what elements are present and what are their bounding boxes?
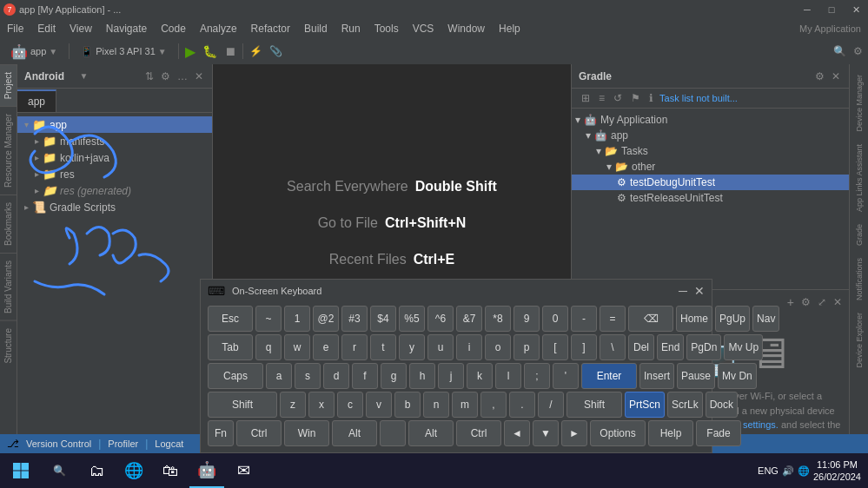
- key-tilde[interactable]: ~: [255, 306, 282, 332]
- tray-speaker-icon[interactable]: 🔊: [782, 465, 794, 477]
- key-g[interactable]: g: [381, 363, 407, 389]
- key-backspace[interactable]: ⌫: [628, 306, 673, 332]
- more-icon[interactable]: …: [176, 69, 189, 84]
- key-bracket-open[interactable]: [: [542, 334, 568, 360]
- key-ctrl-left[interactable]: Ctrl: [236, 420, 282, 446]
- key-9[interactable]: 9: [514, 306, 540, 332]
- key-space[interactable]: [380, 420, 406, 446]
- stop-button[interactable]: ⏹: [224, 44, 236, 58]
- key-8[interactable]: *8: [485, 306, 511, 332]
- key-period[interactable]: .: [509, 392, 535, 418]
- key-shift-left[interactable]: Shift: [208, 392, 277, 418]
- osk-minimize-button[interactable]: ─: [679, 284, 687, 298]
- key-comma[interactable]: ,: [480, 392, 507, 418]
- menu-build[interactable]: Build: [297, 19, 335, 38]
- tree-item-res-generated[interactable]: ▸ 📁 res (generated): [17, 182, 212, 199]
- sidebar-item-device-manager[interactable]: Device Manager: [853, 71, 865, 135]
- key-fade[interactable]: Fade: [696, 420, 741, 446]
- key-mvdn[interactable]: Mv Dn: [718, 363, 757, 389]
- sidebar-item-app-links[interactable]: App Links Assistant: [853, 141, 865, 215]
- go-to-file-shortcut[interactable]: Ctrl+Shift+N: [385, 215, 466, 231]
- gradle-item-app[interactable]: ▾ 🤖 app: [572, 128, 849, 143]
- key-prtscn[interactable]: PrtScn: [625, 392, 665, 418]
- gradle-item-other[interactable]: ▾ 📂 other: [572, 159, 849, 175]
- gradle-toolbar-icon1[interactable]: ⊞: [579, 90, 593, 106]
- gradle-item-myapp[interactable]: ▾ 🤖 My Application: [572, 112, 849, 128]
- taskbar-android-studio[interactable]: 🤖: [189, 453, 224, 488]
- menu-code[interactable]: Code: [154, 19, 193, 38]
- key-z[interactable]: z: [280, 392, 306, 418]
- gradle-toolbar-icon2[interactable]: ≡: [596, 90, 607, 106]
- key-2[interactable]: @2: [313, 306, 339, 332]
- gradle-close-icon[interactable]: ✕: [830, 69, 842, 84]
- key-7[interactable]: &7: [456, 306, 482, 332]
- settings-button[interactable]: ⚙: [853, 45, 863, 57]
- gradle-item-testrelease[interactable]: ⚙ testReleaseUnitTest: [572, 190, 849, 206]
- gradle-item-testdebug[interactable]: ⚙ testDebugUnitTest: [572, 175, 849, 190]
- running-settings-icon[interactable]: ⚙: [801, 296, 811, 308]
- key-o[interactable]: o: [485, 334, 511, 360]
- sidebar-item-grade[interactable]: Grade: [853, 221, 865, 249]
- key-c[interactable]: c: [337, 392, 363, 418]
- key-1[interactable]: 1: [284, 306, 310, 332]
- key-del[interactable]: Del: [628, 334, 654, 360]
- key-ctrl-right[interactable]: Ctrl: [456, 420, 501, 446]
- key-alt-left[interactable]: Alt: [332, 420, 377, 446]
- attach-button[interactable]: 📎: [269, 45, 282, 57]
- task-hint-label[interactable]: Task list not built...: [659, 93, 738, 103]
- gradle-toolbar-icon5[interactable]: ℹ: [646, 90, 656, 106]
- key-arrow-down[interactable]: ▼: [533, 420, 559, 446]
- filter-icon[interactable]: ⚙: [159, 69, 172, 84]
- sidebar-item-device-explorer[interactable]: Device Explorer: [853, 309, 865, 372]
- menu-tools[interactable]: Tools: [368, 19, 406, 38]
- search-button[interactable]: 🔍: [833, 45, 846, 57]
- running-close-icon[interactable]: ✕: [833, 296, 842, 308]
- key-home[interactable]: Home: [676, 306, 712, 332]
- key-m[interactable]: m: [452, 392, 478, 418]
- add-device-button[interactable]: +: [787, 295, 794, 309]
- key-arrow-right[interactable]: ►: [561, 420, 587, 446]
- key-j[interactable]: j: [438, 363, 464, 389]
- taskbar-explorer[interactable]: 🗂: [80, 453, 115, 488]
- gradle-toolbar-icon4[interactable]: ⚑: [628, 90, 643, 106]
- key-esc[interactable]: Esc: [208, 306, 253, 332]
- profiler-label[interactable]: Profiler: [108, 439, 138, 449]
- osk-close-button[interactable]: ✕: [694, 284, 705, 298]
- tree-item-kotlin[interactable]: ▸ 📁 kotlin+java: [17, 149, 212, 166]
- key-d[interactable]: d: [323, 363, 349, 389]
- gradle-toolbar-icon3[interactable]: ↺: [611, 90, 625, 106]
- key-r[interactable]: r: [341, 334, 368, 360]
- key-semicolon[interactable]: ;: [524, 363, 550, 389]
- key-6[interactable]: ^6: [427, 306, 454, 332]
- menu-refactor[interactable]: Refactor: [244, 19, 297, 38]
- tab-app[interactable]: app: [17, 89, 56, 112]
- gradle-settings-icon[interactable]: ⚙: [813, 69, 826, 84]
- key-tab[interactable]: Tab: [208, 334, 253, 360]
- key-shift-right[interactable]: Shift: [567, 392, 622, 418]
- sidebar-item-project[interactable]: Project: [0, 64, 17, 106]
- tray-network-icon[interactable]: 🌐: [798, 465, 810, 477]
- sync-icon[interactable]: ⇅: [143, 69, 156, 84]
- key-end[interactable]: End: [657, 334, 684, 360]
- key-arrow-left[interactable]: ◄: [504, 420, 530, 446]
- running-expand-icon[interactable]: ⤢: [818, 296, 826, 308]
- key-v[interactable]: v: [366, 392, 392, 418]
- key-alt-right[interactable]: Alt: [408, 420, 454, 446]
- gradle-tree[interactable]: ▾ 🤖 My Application ▾ 🤖 app ▾ 📂 Tasks ▾ 📂…: [572, 109, 849, 289]
- key-q[interactable]: q: [255, 334, 282, 360]
- key-caps[interactable]: Caps: [208, 363, 263, 389]
- key-pgdn[interactable]: PgDn: [686, 334, 721, 360]
- taskbar-edge[interactable]: 🌐: [116, 453, 151, 488]
- key-backslash[interactable]: \: [600, 334, 626, 360]
- menu-vcs[interactable]: VCS: [406, 19, 441, 38]
- key-equals[interactable]: =: [600, 306, 626, 332]
- tree-item-res[interactable]: ▸ 📁 res: [17, 166, 212, 182]
- toolbar-device-selector[interactable]: 📱 Pixel 3 API 31 ▼: [76, 44, 171, 59]
- key-e[interactable]: e: [313, 334, 339, 360]
- taskbar-clock[interactable]: 11:06 PM 26/02/2024: [813, 458, 861, 484]
- project-tree[interactable]: ▾ 📁 app ▸ 📁 manifests ▸ 📁 kotlin+java ▸ …: [17, 113, 212, 453]
- key-u[interactable]: u: [427, 334, 454, 360]
- key-options[interactable]: Options: [590, 420, 646, 446]
- key-win[interactable]: Win: [284, 420, 329, 446]
- start-button[interactable]: [0, 453, 42, 488]
